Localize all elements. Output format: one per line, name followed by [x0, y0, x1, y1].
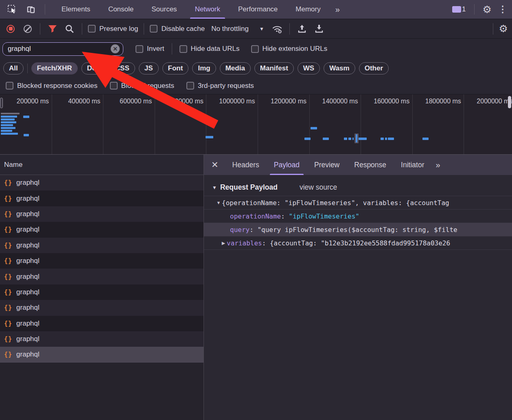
- request-list-empty-area: [0, 363, 203, 420]
- search-icon[interactable]: [63, 22, 76, 35]
- tab-console[interactable]: Console: [99, 0, 142, 19]
- request-list: {}graphql{}graphql{}graphql{}graphql{}gr…: [0, 175, 203, 363]
- payload-segment-plain: : {accountTag: "b12e3b2192ee5588fdad9951…: [262, 239, 450, 247]
- network-conditions-icon[interactable]: [271, 22, 284, 35]
- timeline-request-bar: [1, 118, 15, 120]
- filter-type-media[interactable]: Media: [220, 62, 251, 74]
- filter-type-wasm[interactable]: Wasm: [324, 62, 355, 74]
- checkbox: [251, 45, 259, 53]
- detail-tab-payload[interactable]: Payload: [267, 155, 307, 175]
- request-row[interactable]: {}graphql: [0, 316, 203, 331]
- settings-gear-icon[interactable]: ⚙: [483, 4, 492, 15]
- request-name: graphql: [16, 195, 39, 203]
- filter-type-fetch-xhr[interactable]: Fetch/XHR: [31, 62, 78, 74]
- clear-filter-icon[interactable]: ✕: [111, 44, 120, 53]
- detail-more-tabs-icon[interactable]: »: [431, 160, 443, 170]
- filter-type-other[interactable]: Other: [359, 62, 389, 74]
- throttling-dropdown[interactable]: No throttling ▼: [209, 25, 267, 33]
- request-row[interactable]: {}graphql: [0, 206, 203, 222]
- filter-type-font[interactable]: Font: [162, 62, 189, 74]
- issues-icon: [452, 6, 461, 13]
- tab-sources[interactable]: Sources: [142, 0, 186, 19]
- tab-memory[interactable]: Memory: [287, 0, 329, 19]
- json-file-icon: {}: [4, 179, 12, 186]
- request-type-filters: AllFetch/XHRDocCSSJSFontImgMediaManifest…: [0, 59, 512, 77]
- filter-type-img[interactable]: Img: [192, 62, 216, 74]
- request-row[interactable]: {}graphql: [0, 269, 203, 284]
- request-row[interactable]: {}graphql: [0, 300, 203, 315]
- detail-tab-initiator[interactable]: Initiator: [394, 155, 431, 175]
- request-row[interactable]: {}graphql: [0, 347, 203, 362]
- close-icon[interactable]: ✕: [204, 160, 225, 170]
- divider: [172, 43, 172, 55]
- divider: [493, 23, 493, 35]
- export-har-icon[interactable]: [313, 22, 326, 35]
- request-row[interactable]: {}graphql: [0, 175, 203, 190]
- checkbox: [150, 25, 158, 33]
- hide-data-urls-checkbox[interactable]: Hide data URLs: [179, 45, 240, 53]
- issues-counter[interactable]: 1: [452, 5, 466, 13]
- blocked-response-cookies-checkbox[interactable]: Blocked response cookies: [6, 82, 98, 90]
- request-row[interactable]: {}graphql: [0, 253, 203, 269]
- panel-tabs: ElementsConsoleSourcesNetworkPerformance…: [53, 0, 330, 19]
- request-row[interactable]: {}graphql: [0, 238, 203, 253]
- request-row[interactable]: {}graphql: [0, 331, 203, 347]
- filter-type-all[interactable]: All: [3, 62, 24, 74]
- detail-tab-preview[interactable]: Preview: [307, 155, 347, 175]
- timeline-request-bar: [23, 116, 29, 118]
- device-toolbar-icon[interactable]: [24, 3, 37, 16]
- timeline-request-bar: [1, 130, 12, 132]
- payload-tree-row[interactable]: operationName: "ipFlowTimeseries": [204, 210, 512, 223]
- json-file-icon: {}: [4, 304, 12, 311]
- divider: [40, 23, 40, 35]
- preserve-log-checkbox[interactable]: Preserve log: [88, 25, 138, 33]
- kebab-menu-icon[interactable]: ⋮: [498, 5, 507, 14]
- timeline-request-bar: [24, 134, 29, 136]
- import-har-icon[interactable]: [295, 22, 309, 35]
- payload-tree-row[interactable]: query: "query ipFlowTimeseries($accountT…: [204, 223, 512, 236]
- blocked-requests-checkbox[interactable]: Blocked requests: [110, 82, 174, 90]
- request-payload-section[interactable]: ▼ Request Payload view source: [204, 180, 512, 196]
- timeline-tick-label: 800000 ms: [155, 98, 203, 105]
- filter-type-manifest[interactable]: Manifest: [254, 62, 294, 74]
- view-source-link[interactable]: view source: [300, 183, 337, 192]
- filter-type-doc[interactable]: Doc: [81, 62, 106, 74]
- request-row[interactable]: {}graphql: [0, 190, 203, 206]
- timeline-request-bar: [1, 124, 13, 126]
- request-row[interactable]: {}graphql: [0, 284, 203, 300]
- tab-elements[interactable]: Elements: [53, 0, 99, 19]
- divider: [27, 63, 28, 73]
- timeline-request-bar: [344, 138, 347, 140]
- blocked-filters-row: Blocked response cookies Blocked request…: [0, 77, 512, 94]
- filter-icon[interactable]: [46, 22, 59, 35]
- payload-tree: ▼{operationName: "ipFlowTimeseries", var…: [204, 196, 512, 250]
- tree-caret-icon[interactable]: ▶: [220, 241, 227, 246]
- record-button[interactable]: [4, 22, 17, 35]
- filter-type-css[interactable]: CSS: [109, 62, 135, 74]
- filter-type-js[interactable]: JS: [139, 62, 159, 74]
- filter-input[interactable]: [8, 45, 111, 53]
- more-tabs-icon[interactable]: »: [330, 5, 345, 14]
- invert-checkbox[interactable]: Invert: [136, 45, 164, 53]
- hide-extension-urls-checkbox[interactable]: Hide extension URLs: [251, 45, 328, 53]
- timeline-request-bar: [1, 113, 20, 114]
- tab-performance[interactable]: Performance: [229, 0, 287, 19]
- filter-type-ws[interactable]: WS: [298, 62, 320, 74]
- request-row[interactable]: {}graphql: [0, 222, 203, 237]
- third-party-requests-checkbox[interactable]: 3rd-party requests: [186, 82, 254, 90]
- detail-tab-response[interactable]: Response: [347, 155, 394, 175]
- clear-button[interactable]: [21, 22, 34, 35]
- timeline-request-bar: [356, 134, 357, 142]
- network-settings-gear-icon[interactable]: ⚙: [499, 24, 508, 34]
- disable-cache-checkbox[interactable]: Disable cache: [150, 25, 205, 33]
- chevron-down-icon: ▼: [259, 26, 264, 32]
- name-column-header[interactable]: Name: [0, 155, 203, 175]
- payload-tree-row[interactable]: ▶variables: {accountTag: "b12e3b2192ee55…: [204, 236, 512, 250]
- payload-tree-row[interactable]: ▼{operationName: "ipFlowTimeseries", var…: [204, 196, 512, 210]
- inspect-element-icon[interactable]: [6, 3, 19, 16]
- network-overview-timeline[interactable]: 200000 ms400000 ms600000 ms800000 ms1000…: [0, 94, 512, 155]
- request-name: graphql: [16, 241, 39, 249]
- detail-tab-headers[interactable]: Headers: [225, 155, 267, 175]
- tree-caret-icon[interactable]: ▼: [215, 200, 222, 205]
- tab-network[interactable]: Network: [186, 0, 229, 19]
